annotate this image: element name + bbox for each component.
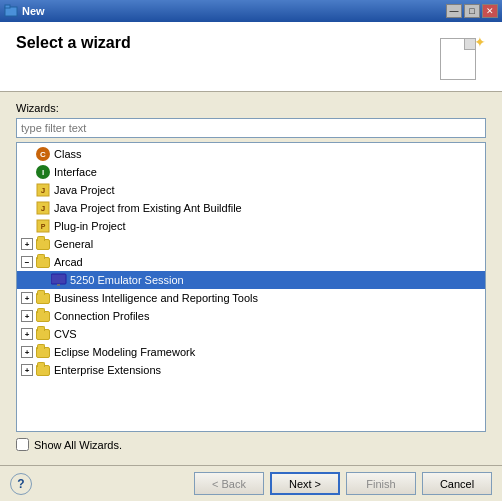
list-item[interactable]: + CVS xyxy=(17,325,485,343)
svg-text:J: J xyxy=(41,186,45,195)
filter-input[interactable] xyxy=(16,118,486,138)
maximize-button[interactable]: □ xyxy=(464,4,480,18)
list-item[interactable]: J Java Project from Existing Ant Buildfi… xyxy=(17,199,485,217)
svg-rect-9 xyxy=(57,284,60,286)
folder-icon xyxy=(35,290,51,306)
next-button[interactable]: Next > xyxy=(270,472,340,495)
button-bar: ? < Back Next > Finish Cancel xyxy=(0,465,502,501)
expander-icon[interactable]: + xyxy=(21,238,33,250)
plugin-project-icon: P xyxy=(35,218,51,234)
item-label: Java Project xyxy=(54,184,115,196)
item-label: Enterprise Extensions xyxy=(54,364,161,376)
wizards-label: Wizards: xyxy=(16,102,486,114)
show-all-wizards-area: Show All Wizards. xyxy=(16,432,486,455)
expander-icon[interactable]: + xyxy=(21,310,33,322)
cancel-button[interactable]: Cancel xyxy=(422,472,492,495)
titlebar-buttons: — □ ✕ xyxy=(446,4,498,18)
wizard-icon-box: ✦ xyxy=(436,34,486,82)
folder-icon xyxy=(35,344,51,360)
item-label: General xyxy=(54,238,93,250)
wizard-icon-page xyxy=(440,38,476,80)
folder-icon xyxy=(35,362,51,378)
item-label: Business Intelligence and Reporting Tool… xyxy=(54,292,258,304)
list-item[interactable]: + General xyxy=(17,235,485,253)
item-label: CVS xyxy=(54,328,77,340)
expander-icon[interactable]: − xyxy=(21,256,33,268)
main-window: Select a wizard ✦ Wizards: Class xyxy=(0,22,502,501)
expander-icon[interactable]: + xyxy=(21,364,33,376)
list-item[interactable]: + Enterprise Extensions xyxy=(17,361,485,379)
interface-icon xyxy=(35,164,51,180)
list-item[interactable]: − Arcad xyxy=(17,253,485,271)
expander-icon[interactable]: + xyxy=(21,346,33,358)
svg-text:P: P xyxy=(41,223,46,230)
svg-rect-1 xyxy=(5,5,10,8)
header-title: Select a wizard xyxy=(16,34,436,52)
list-item[interactable]: Interface xyxy=(17,163,485,181)
item-label: Java Project from Existing Ant Buildfile xyxy=(54,202,242,214)
svg-text:J: J xyxy=(41,204,45,213)
java-ant-icon: J xyxy=(35,200,51,216)
item-label: Interface xyxy=(54,166,97,178)
item-label: Eclipse Modeling Framework xyxy=(54,346,195,358)
show-all-wizards-checkbox[interactable] xyxy=(16,438,29,451)
header-text: Select a wizard xyxy=(16,34,436,54)
item-label: Plug-in Project xyxy=(54,220,126,232)
list-item-selected[interactable]: 5250 Emulator Session xyxy=(17,271,485,289)
java-project-icon: J xyxy=(35,182,51,198)
header-area: Select a wizard ✦ xyxy=(0,22,502,92)
class-icon xyxy=(35,146,51,162)
tree-container: Class Interface J Java Project xyxy=(16,142,486,432)
wizard-sparkle-icon: ✦ xyxy=(474,34,486,50)
list-item[interactable]: J Java Project xyxy=(17,181,485,199)
item-label: Class xyxy=(54,148,82,160)
item-label: Connection Profiles xyxy=(54,310,149,322)
titlebar: New — □ ✕ xyxy=(0,0,502,22)
content-area: Wizards: Class Interface xyxy=(0,92,502,465)
list-item[interactable]: + Eclipse Modeling Framework xyxy=(17,343,485,361)
tree-scroll[interactable]: Class Interface J Java Project xyxy=(17,143,485,431)
expander-icon[interactable]: + xyxy=(21,328,33,340)
list-item[interactable]: + Connection Profiles xyxy=(17,307,485,325)
minimize-button[interactable]: — xyxy=(446,4,462,18)
finish-button[interactable]: Finish xyxy=(346,472,416,495)
svg-rect-8 xyxy=(51,274,66,284)
close-button[interactable]: ✕ xyxy=(482,4,498,18)
expander-icon[interactable]: + xyxy=(21,292,33,304)
titlebar-title: New xyxy=(22,5,446,17)
folder-icon xyxy=(35,326,51,342)
list-item[interactable]: P Plug-in Project xyxy=(17,217,485,235)
item-label: Arcad xyxy=(54,256,83,268)
help-button[interactable]: ? xyxy=(10,473,32,495)
item-label: 5250 Emulator Session xyxy=(70,274,184,286)
list-item[interactable]: Class xyxy=(17,145,485,163)
show-all-wizards-label: Show All Wizards. xyxy=(34,439,122,451)
folder-icon xyxy=(35,254,51,270)
titlebar-icon xyxy=(4,4,18,18)
list-item[interactable]: + Business Intelligence and Reporting To… xyxy=(17,289,485,307)
folder-icon xyxy=(35,236,51,252)
folder-icon xyxy=(35,308,51,324)
back-button[interactable]: < Back xyxy=(194,472,264,495)
screen-icon xyxy=(51,272,67,288)
